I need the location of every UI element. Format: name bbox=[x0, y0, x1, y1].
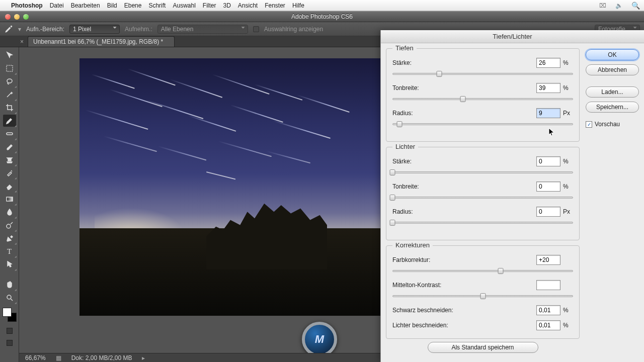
status-icon[interactable]: ▦ bbox=[56, 354, 61, 361]
eyedropper-tool-icon[interactable] bbox=[3, 115, 16, 127]
shadows-amount-input[interactable] bbox=[536, 58, 560, 68]
svg-point-4 bbox=[7, 224, 11, 228]
midtone-contrast-slider[interactable] bbox=[392, 293, 573, 300]
dodge-tool-icon[interactable] bbox=[3, 219, 16, 231]
spotlight-icon[interactable]: 🔍 bbox=[631, 2, 640, 10]
menu-item[interactable]: Schrift bbox=[148, 2, 166, 9]
doc-size[interactable]: Dok: 2,00 MB/2,00 MB bbox=[71, 354, 132, 361]
status-flyout-icon[interactable]: ▸ bbox=[142, 354, 145, 361]
eyedropper-icon[interactable] bbox=[4, 25, 13, 34]
menu-item[interactable]: 3D bbox=[223, 2, 230, 9]
app-titlebar: Adobe Photoshop CS6 bbox=[0, 11, 644, 22]
show-sampling-ring-label: Auswahlring anzeigen bbox=[264, 26, 323, 33]
crop-tool-icon[interactable] bbox=[3, 102, 16, 114]
shadows-tone-slider[interactable] bbox=[392, 96, 573, 103]
save-button[interactable]: Speichern... bbox=[586, 102, 639, 113]
zoom-tool-icon[interactable] bbox=[3, 292, 16, 304]
svg-rect-0 bbox=[7, 65, 13, 71]
px-unit: Px bbox=[563, 110, 573, 117]
shadows-tone-input[interactable] bbox=[536, 83, 560, 93]
menu-item[interactable]: Bearbeiten bbox=[71, 2, 100, 9]
type-tool-icon[interactable]: T bbox=[3, 245, 16, 257]
menu-item[interactable]: Hilfe bbox=[292, 2, 304, 9]
magic-wand-tool-icon[interactable] bbox=[3, 88, 16, 101]
blur-tool-icon[interactable] bbox=[3, 206, 16, 218]
svg-rect-3 bbox=[7, 197, 13, 201]
highlights-amount-label: Stärke: bbox=[392, 158, 536, 165]
midtone-contrast-input[interactable] bbox=[536, 280, 560, 290]
menu-item[interactable]: Fenster bbox=[265, 2, 285, 9]
hand-tool-icon[interactable] bbox=[3, 279, 16, 291]
menu-item[interactable]: Bild bbox=[107, 2, 117, 9]
ok-button[interactable]: OK bbox=[586, 49, 639, 60]
menu-item[interactable]: Ansicht bbox=[238, 2, 258, 9]
color-correction-label: Farbkorrektur: bbox=[392, 256, 536, 263]
path-selection-tool-icon[interactable] bbox=[3, 258, 16, 270]
toolbox: T bbox=[0, 47, 19, 362]
sample-mode-select[interactable]: Alle Ebenen bbox=[157, 25, 248, 34]
move-tool-icon[interactable] bbox=[3, 49, 16, 61]
black-clip-input[interactable] bbox=[536, 305, 560, 315]
percent-unit: % bbox=[563, 158, 573, 165]
show-sampling-ring-checkbox[interactable] bbox=[253, 26, 259, 32]
preview-checkbox[interactable]: ✓ bbox=[586, 121, 592, 128]
shadows-radius-input[interactable] bbox=[536, 108, 560, 118]
document-image bbox=[79, 58, 381, 316]
percent-unit: % bbox=[563, 59, 573, 66]
adjustments-legend: Korrekturen bbox=[392, 241, 433, 249]
percent-unit: % bbox=[563, 307, 573, 314]
menu-item[interactable]: Auswahl bbox=[173, 2, 195, 9]
lasso-tool-icon[interactable] bbox=[3, 75, 16, 87]
sample-size-select[interactable]: 1 Pixel bbox=[69, 25, 120, 34]
window-title: Adobe Photoshop CS6 bbox=[0, 13, 644, 20]
percent-unit: % bbox=[563, 84, 573, 92]
color-correction-input[interactable] bbox=[536, 255, 560, 265]
shadows-radius-slider[interactable] bbox=[392, 121, 573, 128]
menu-item[interactable]: Ebene bbox=[124, 2, 142, 9]
white-clip-input[interactable] bbox=[536, 320, 560, 330]
clone-stamp-tool-icon[interactable] bbox=[3, 154, 16, 166]
highlights-legend: Lichter bbox=[392, 143, 418, 150]
color-swatches[interactable] bbox=[3, 308, 17, 322]
marquee-tool-icon[interactable] bbox=[3, 62, 16, 74]
cancel-button[interactable]: Abbrechen bbox=[586, 64, 639, 75]
shadows-group: Tiefen Stärke: % Tonbreite: % Radius: Px bbox=[386, 48, 580, 142]
px-unit: Px bbox=[563, 208, 573, 215]
highlights-radius-input[interactable] bbox=[536, 207, 560, 217]
display-icon[interactable]: ⌧ bbox=[599, 2, 608, 9]
highlights-amount-slider[interactable] bbox=[392, 169, 573, 176]
history-brush-tool-icon[interactable] bbox=[3, 167, 16, 179]
sample-mode-label: Aufnehm.: bbox=[125, 26, 152, 33]
zoom-level[interactable]: 66,67% bbox=[25, 354, 46, 361]
dialog-title: Tiefen/Lichter bbox=[381, 30, 644, 43]
shadows-legend: Tiefen bbox=[392, 44, 417, 52]
quickmask-toggle[interactable] bbox=[7, 328, 13, 334]
volume-icon[interactable]: 🔈 bbox=[615, 2, 624, 9]
adjustments-group: Korrekturen Farbkorrektur: Mittelton-Kon… bbox=[386, 245, 580, 339]
tab-close-icon[interactable]: × bbox=[20, 38, 28, 47]
load-button[interactable]: Laden... bbox=[586, 86, 639, 98]
menu-item[interactable]: Datei bbox=[50, 2, 64, 9]
highlights-group: Lichter Stärke: % Tonbreite: % Radius: P… bbox=[386, 147, 580, 240]
pen-tool-icon[interactable] bbox=[3, 232, 16, 244]
highlights-radius-slider[interactable] bbox=[392, 220, 573, 227]
highlights-tone-slider[interactable] bbox=[392, 195, 573, 202]
brush-tool-icon[interactable] bbox=[3, 141, 16, 153]
shadows-highlights-dialog: Tiefen/Lichter Tiefen Stärke: % Tonbreit… bbox=[380, 30, 644, 362]
highlights-tone-input[interactable] bbox=[536, 182, 560, 192]
percent-unit: % bbox=[563, 183, 573, 190]
color-correction-slider[interactable] bbox=[392, 268, 573, 275]
menu-app[interactable]: Photoshop bbox=[11, 2, 43, 9]
shadows-amount-slider[interactable] bbox=[392, 71, 573, 78]
document-tab[interactable]: Unbenannt1 bei 66,7% (_MEI1759.jpg, RGB/… bbox=[28, 36, 175, 47]
shadows-tone-label: Tonbreite: bbox=[392, 84, 536, 92]
eraser-tool-icon[interactable] bbox=[3, 180, 16, 192]
gradient-tool-icon[interactable] bbox=[3, 193, 16, 205]
watermark-logo-icon: M bbox=[302, 322, 337, 357]
screenmode-toggle[interactable] bbox=[7, 340, 13, 346]
save-as-default-button[interactable]: Als Standard speichern bbox=[428, 342, 538, 353]
healing-brush-tool-icon[interactable] bbox=[3, 128, 16, 140]
shadows-radius-label: Radius: bbox=[392, 110, 536, 117]
highlights-amount-input[interactable] bbox=[536, 156, 560, 166]
menu-item[interactable]: Filter bbox=[203, 2, 216, 9]
